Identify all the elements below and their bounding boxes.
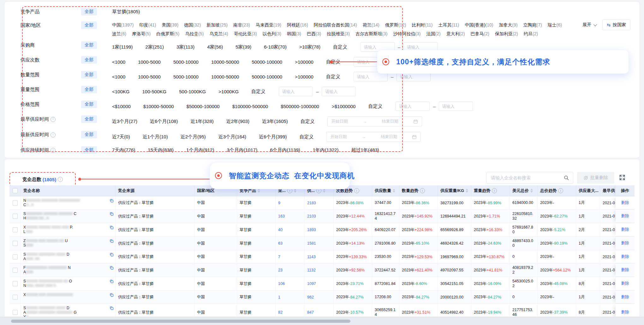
row-checkbox[interactable] (13, 254, 18, 259)
filter-option[interactable]: 近6个月(399) (259, 134, 287, 140)
filter-option[interactable]: $10000-50000 (143, 104, 174, 109)
filter-option[interactable]: 近7天(0) (112, 134, 130, 140)
country-option[interactable]: 阿根廷(16) (287, 22, 308, 28)
filter-option[interactable]: 5000-10000 (173, 74, 199, 79)
filter-option[interactable]: 自定义 (333, 44, 347, 50)
custom-max-input[interactable] (322, 87, 356, 96)
copy-icon[interactable] (110, 279, 114, 283)
filter-option[interactable]: 自定义 (301, 119, 315, 125)
country-option[interactable]: 加拿大(9) (499, 22, 517, 28)
country-option[interactable]: 荷兰(14) (363, 22, 379, 28)
count-link[interactable]: 1893 (307, 228, 316, 232)
count-link[interactable]: 7 (278, 255, 280, 259)
country-option[interactable]: 哥伦比亚(3) (234, 31, 257, 37)
info-icon[interactable]: i (492, 188, 497, 193)
count-link[interactable]: 106 (278, 281, 285, 286)
filter-option[interactable]: <$10000 (112, 104, 131, 109)
count-link[interactable]: 1132 (307, 268, 316, 272)
country-option[interactable]: 德国(32) (184, 22, 201, 28)
by-country-button[interactable]: ⇆按国家 (602, 20, 630, 30)
country-option[interactable]: 法国(2) (426, 31, 441, 37)
country-option[interactable]: 中国(1397) (112, 22, 134, 28)
filter-option[interactable]: 近1年(328) (190, 119, 213, 125)
custom-min-input[interactable] (396, 102, 430, 111)
search-input[interactable] (486, 175, 564, 180)
info-icon[interactable]: i (51, 148, 56, 153)
country-option[interactable]: 立陶宛(7) (523, 22, 542, 28)
filter-option[interactable]: 10000-50000 (211, 74, 239, 79)
info-icon[interactable]: i (354, 188, 359, 193)
filter-all-chip[interactable]: 全部 (81, 146, 97, 154)
country-option[interactable]: 波兰(6) (112, 31, 126, 37)
country-option[interactable]: 韩国(3) (287, 31, 301, 37)
country-option[interactable]: 瑞士(6) (548, 22, 562, 28)
expand-toggle[interactable]: 展开 (582, 22, 596, 28)
count-link[interactable]: 2103 (307, 214, 316, 218)
count-link[interactable]: 1581 (307, 241, 316, 246)
delete-link[interactable]: 删除 (621, 254, 629, 259)
filter-option[interactable]: 近3个月(164) (218, 134, 246, 140)
country-option[interactable]: 意大利(2) (446, 31, 465, 37)
count-link[interactable]: 962 (307, 295, 314, 299)
count-link[interactable]: 63 (278, 241, 283, 246)
filter-option[interactable]: 1个月内(912) (186, 147, 214, 153)
country-option[interactable]: 马来西亚(19) (256, 22, 281, 28)
filter-option[interactable]: 近3年(1605) (262, 119, 288, 125)
sort-icon[interactable] (393, 189, 395, 193)
country-option[interactable]: 俄罗斯(12) (385, 22, 406, 28)
copy-icon[interactable] (110, 239, 114, 243)
filter-option[interactable]: 1家(1199) (112, 44, 133, 50)
filter-option[interactable]: 近6个月(108) (150, 119, 178, 125)
select-all-checkbox[interactable] (13, 188, 18, 193)
filter-option[interactable]: >100000 (295, 74, 313, 79)
info-icon[interactable]: i (558, 188, 563, 193)
filter-option[interactable]: 草甘膦(1805) (112, 9, 140, 15)
filter-option[interactable]: $500000-1000000 (281, 104, 319, 109)
country-option[interactable]: 中国(香港)(10) (465, 22, 493, 28)
country-option[interactable]: 比利时(11) (412, 22, 433, 28)
date-range-picker[interactable]: 开始日期→结束日期 (327, 116, 422, 126)
count-link[interactable]: 2183 (307, 201, 316, 205)
date-range-picker[interactable]: 开始日期→结束日期 (326, 132, 421, 142)
filter-option[interactable]: 2家(251) (146, 44, 164, 50)
row-checkbox[interactable] (13, 214, 18, 219)
col-header-qty[interactable]: 供应数量 (372, 185, 399, 196)
filter-option[interactable]: <100KG (112, 89, 129, 94)
filter-option[interactable]: 自定义 (326, 74, 340, 80)
count-link[interactable]: 847 (307, 310, 314, 315)
copy-icon[interactable] (110, 306, 114, 310)
filter-option[interactable]: 1年内(1322) (313, 147, 339, 153)
copy-icon[interactable] (110, 225, 114, 229)
filter-option[interactable]: <1000 (112, 59, 125, 65)
filter-option[interactable]: 3个月内(1017) (227, 147, 257, 153)
filter-option[interactable]: >100000 (295, 59, 313, 65)
info-icon[interactable]: i (58, 177, 63, 182)
country-option[interactable]: 南非(23) (233, 22, 250, 28)
sort-icon[interactable] (294, 189, 296, 193)
filter-option[interactable]: 近2个月(95) (181, 134, 206, 140)
copy-icon[interactable] (110, 293, 114, 297)
search-icon[interactable] (564, 175, 569, 181)
count-link[interactable]: 163 (278, 214, 285, 218)
info-icon[interactable]: i (51, 132, 56, 137)
filter-option[interactable]: 7天内(776) (112, 147, 135, 153)
country-option[interactable]: 印度(41) (139, 22, 156, 28)
filter-option[interactable]: 6个月内(1139) (270, 147, 300, 153)
filter-option[interactable]: 超过1年(483) (351, 147, 379, 153)
country-option[interactable]: 阿拉伯联合酋长国(14) (314, 22, 357, 28)
country-option[interactable]: 拉脱维亚(3) (327, 31, 350, 37)
count-link[interactable]: 82 (278, 310, 283, 315)
row-checkbox[interactable] (13, 268, 18, 273)
delete-link[interactable]: 删除 (621, 241, 629, 246)
sort-icon[interactable] (323, 189, 325, 193)
delete-link[interactable]: 删除 (621, 227, 629, 232)
row-checkbox[interactable] (13, 295, 18, 300)
filter-all-chip[interactable]: 全部 (81, 86, 97, 93)
country-option[interactable]: 摩洛哥(5) (132, 31, 151, 37)
custom-min-input[interactable] (279, 87, 313, 96)
filter-all-chip[interactable]: 全部 (81, 41, 97, 49)
delete-link[interactable]: 删除 (621, 281, 629, 286)
row-checkbox[interactable] (13, 200, 18, 206)
sort-icon[interactable] (466, 189, 468, 193)
filter-option[interactable]: >1000KG (218, 89, 239, 94)
